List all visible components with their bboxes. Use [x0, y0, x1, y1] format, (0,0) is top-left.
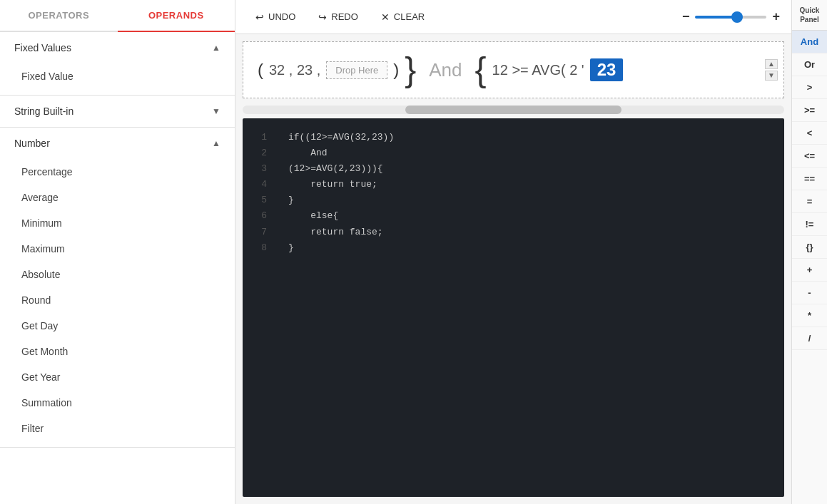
item-minimum[interactable]: Minimum — [0, 210, 235, 236]
code-line: 5} — [257, 192, 770, 208]
right-panel: Quick Panel AndOr>>=<<====!={}+-*/ — [791, 0, 827, 504]
op-btn-or[interactable]: Or — [792, 53, 827, 76]
section-string-builtin-header[interactable]: String Built-in ▼ — [0, 96, 235, 127]
op-btn-neq[interactable]: != — [792, 213, 827, 236]
scrollbar-thumb[interactable] — [405, 106, 622, 114]
line-number: 5 — [257, 192, 267, 208]
zoom-control: − + — [682, 9, 780, 24]
op-btn-plus[interactable]: + — [792, 259, 827, 282]
op-btn-div[interactable]: / — [792, 327, 827, 350]
toolbar: ↩ UNDO ↪ REDO ✕ CLEAR − + — [235, 0, 791, 34]
clear-icon: ✕ — [381, 11, 390, 23]
op-btn-obj[interactable]: {} — [792, 236, 827, 259]
code-line: 6 else{ — [257, 208, 770, 224]
section-number-items: Percentage Average Minimum Maximum Absol… — [0, 159, 235, 447]
section-number: Number ▲ Percentage Average Minimum Maxi… — [0, 128, 235, 448]
expr-drop-zone[interactable]: Drop Here — [326, 61, 387, 79]
chevron-up-icon-number: ▲ — [212, 138, 220, 148]
quick-panel-header: Quick Panel — [792, 0, 827, 31]
line-content: return false; — [288, 225, 383, 240]
tab-operands[interactable]: OPERANDS — [118, 0, 235, 32]
line-content: return true; — [288, 177, 377, 192]
item-filter[interactable]: Filter — [0, 416, 235, 441]
section-fixed-values-header[interactable]: Fixed Values ▲ — [0, 32, 235, 63]
line-content: } — [288, 240, 294, 256]
clear-label: CLEAR — [394, 11, 425, 22]
expr-open-paren: ( — [258, 60, 263, 80]
drop-here-label: Drop Here — [335, 65, 378, 76]
section-string-builtin-label: String Built-in — [14, 106, 73, 117]
code-line: 8} — [257, 240, 770, 256]
line-number: 7 — [257, 225, 267, 240]
item-absolute[interactable]: Absolute — [0, 262, 235, 287]
op-btn-minus[interactable]: - — [792, 282, 827, 304]
section-number-label: Number — [14, 138, 50, 149]
redo-icon: ↪ — [318, 11, 327, 23]
tab-bar: OPERATORS OPERANDS — [0, 0, 235, 32]
code-output: 1if((12>=AVG(32,23))2 And3(12>=AVG(2,23)… — [243, 118, 784, 497]
section-fixed-values: Fixed Values ▲ Fixed Value — [0, 32, 235, 96]
op-btn-and[interactable]: And — [792, 31, 827, 53]
item-summation[interactable]: Summation — [0, 390, 235, 416]
op-btn-mult[interactable]: * — [792, 304, 827, 327]
zoom-minus-button[interactable]: − — [682, 9, 690, 24]
undo-label: UNDO — [268, 11, 295, 22]
line-number: 3 — [257, 161, 267, 177]
operator-buttons: AndOr>>=<<====!={}+-*/ — [792, 31, 827, 350]
line-number: 4 — [257, 177, 267, 192]
chevron-down-icon: ▼ — [212, 106, 220, 116]
code-line: 7 return false; — [257, 225, 770, 240]
expr-inner: 12 >= AVG( 2 ' — [492, 62, 584, 78]
line-number: 1 — [257, 130, 267, 145]
code-line: 2 And — [257, 145, 770, 161]
line-content: } — [288, 192, 294, 208]
expression-scrollbar[interactable] — [243, 106, 784, 114]
expr-scroll-arrows: ▲ ▼ — [765, 59, 778, 81]
op-btn-lte[interactable]: <= — [792, 145, 827, 168]
expr-highlighted-value[interactable]: 23 — [590, 58, 624, 81]
undo-button[interactable]: ↩ UNDO — [247, 7, 304, 27]
section-string-builtin: String Built-in ▼ — [0, 96, 235, 128]
op-btn-gt[interactable]: > — [792, 76, 827, 99]
item-round[interactable]: Round — [0, 287, 235, 313]
section-number-header[interactable]: Number ▲ — [0, 128, 235, 159]
code-line: 3(12>=AVG(2,23))){ — [257, 161, 770, 177]
section-fixed-values-items: Fixed Value — [0, 63, 235, 95]
item-fixed-value[interactable]: Fixed Value — [0, 63, 235, 89]
code-line: 4 return true; — [257, 177, 770, 192]
expression-area: ( 32 , 23 , Drop Here ) } And { 12 >= AV… — [243, 41, 784, 98]
line-content: And — [288, 145, 328, 161]
tab-operators[interactable]: OPERATORS — [0, 0, 118, 31]
line-content: else{ — [288, 208, 338, 224]
op-btn-eq[interactable]: = — [792, 190, 827, 213]
zoom-slider[interactable] — [695, 16, 766, 19]
op-btn-gte[interactable]: >= — [792, 99, 827, 122]
line-content: if((12>=AVG(32,23)) — [288, 130, 394, 145]
item-get-day[interactable]: Get Day — [0, 313, 235, 339]
expr-closing-brace: } — [405, 53, 416, 87]
expr-open-brace: { — [475, 53, 487, 87]
expr-and-text: And — [429, 59, 462, 81]
section-fixed-values-label: Fixed Values — [14, 42, 71, 53]
zoom-plus-button[interactable]: + — [772, 9, 780, 24]
expr-close-paren: ) — [393, 60, 399, 80]
expr-values: 32 , 23 , — [269, 62, 320, 78]
redo-label: REDO — [331, 11, 358, 22]
clear-button[interactable]: ✕ CLEAR — [372, 7, 433, 27]
undo-icon: ↩ — [255, 11, 264, 23]
item-average[interactable]: Average — [0, 185, 235, 210]
scroll-up-icon[interactable]: ▲ — [765, 59, 778, 69]
scroll-down-icon[interactable]: ▼ — [765, 71, 778, 81]
center-panel: ↩ UNDO ↪ REDO ✕ CLEAR − + ( 32 , 23 , Dr… — [235, 0, 791, 504]
op-btn-lt[interactable]: < — [792, 122, 827, 145]
item-get-year[interactable]: Get Year — [0, 364, 235, 390]
redo-button[interactable]: ↪ REDO — [310, 7, 367, 27]
op-btn-deq[interactable]: == — [792, 168, 827, 190]
item-maximum[interactable]: Maximum — [0, 236, 235, 262]
line-number: 6 — [257, 208, 267, 224]
line-content: (12>=AVG(2,23))){ — [288, 161, 383, 177]
line-number: 2 — [257, 145, 267, 161]
item-get-month[interactable]: Get Month — [0, 339, 235, 364]
chevron-up-icon: ▲ — [212, 43, 220, 53]
item-percentage[interactable]: Percentage — [0, 159, 235, 185]
